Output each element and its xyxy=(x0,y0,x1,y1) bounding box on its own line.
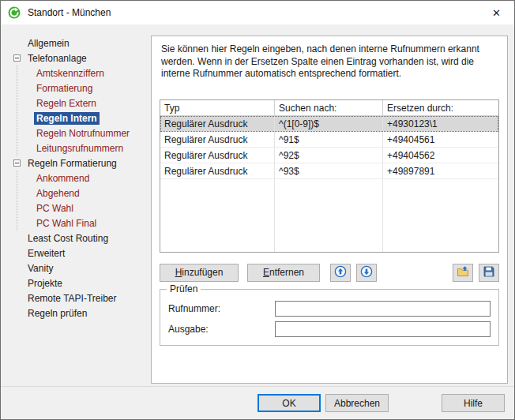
description-text: Sie können hier Regeln eingeben, nach de… xyxy=(161,43,496,81)
import-rules-button[interactable] xyxy=(453,264,473,282)
tree-item-regeln-notrufnummer[interactable]: Regeln Notrufnummer xyxy=(17,126,149,141)
tree-children-telefonanlage: Amtskennziffern Formatierung Regeln Exte… xyxy=(17,66,149,156)
folder-open-icon xyxy=(457,265,469,280)
tree-item-vanity[interactable]: Vanity xyxy=(9,261,149,276)
tree-item-regeln-pruefen[interactable]: Regeln prüfen xyxy=(9,306,149,321)
table-row[interactable]: Regulärer Ausdruck ^92$ +49404562 xyxy=(160,148,498,163)
tree-item-abgehend[interactable]: Abgehend xyxy=(17,186,149,201)
pruefen-group: Prüfen Rufnummer: Ausgabe: xyxy=(160,289,499,346)
tree-item-pc-wahl-final[interactable]: PC Wahl Final xyxy=(17,216,149,231)
tree-item-amtskennziffern[interactable]: Amtskennziffern xyxy=(17,66,149,81)
tree-item-regeln-formatierung[interactable]: Regeln Formatierung xyxy=(9,156,149,171)
settings-tree: Allgemein Telefonanlage Amtskennziffern … xyxy=(9,36,149,321)
table-row[interactable]: Regulärer Ausdruck ^(1[0-9])$ +4930123\1 xyxy=(160,116,498,132)
pruefen-group-title: Prüfen xyxy=(167,283,201,294)
ok-button[interactable]: OK xyxy=(258,394,321,412)
table-header: Typ Suchen nach: Ersetzen durch: xyxy=(160,100,498,116)
tree-item-least-cost-routing[interactable]: Least Cost Routing xyxy=(9,231,149,246)
close-button[interactable]: ✕ xyxy=(479,1,514,24)
tree-item-regeln-intern[interactable]: Regeln Intern xyxy=(17,111,149,126)
floppy-disk-icon xyxy=(483,265,495,280)
save-rules-button[interactable] xyxy=(479,264,499,282)
dialog-window: Standort - München ✕ Allgemein Telefonan… xyxy=(0,0,515,420)
table-row[interactable]: Regulärer Ausdruck ^93$ +49897891 xyxy=(160,163,498,179)
move-up-button[interactable] xyxy=(330,264,351,282)
tree-item-formatierung[interactable]: Formatierung xyxy=(17,81,149,96)
help-button[interactable]: Hilfe xyxy=(442,394,505,412)
arrow-up-circle-icon xyxy=(334,265,347,280)
settings-panel: Sie können hier Regeln eingeben, nach de… xyxy=(151,36,508,384)
rufnummer-label: Rufnummer: xyxy=(168,303,275,314)
tree-item-leitungsrufnummern[interactable]: Leitungsrufnummern xyxy=(17,141,149,156)
tree-item-pc-wahl[interactable]: PC Wahl xyxy=(17,201,149,216)
app-icon xyxy=(8,6,21,19)
cancel-button[interactable]: Abbrechen xyxy=(325,394,389,412)
ausgabe-input[interactable] xyxy=(275,321,491,337)
tree-item-telefonanlage[interactable]: Telefonanlage xyxy=(9,51,149,66)
collapse-icon[interactable] xyxy=(13,54,21,62)
add-button[interactable]: Hinzufügen xyxy=(160,264,239,282)
tree-item-erweitert[interactable]: Erweitert xyxy=(9,246,149,261)
move-down-button[interactable] xyxy=(356,264,377,282)
tree-item-allgemein[interactable]: Allgemein xyxy=(9,36,149,51)
tree-children-regeln-formatierung: Ankommend Abgehend PC Wahl PC Wahl Final xyxy=(17,171,149,231)
tree-item-ankommend[interactable]: Ankommend xyxy=(17,171,149,186)
tree-item-regeln-extern[interactable]: Regeln Extern xyxy=(17,96,149,111)
table-empty-area xyxy=(160,179,498,252)
column-header-typ[interactable]: Typ xyxy=(160,100,275,115)
rules-table: Typ Suchen nach: Ersetzen durch: Regulär… xyxy=(160,99,499,253)
rufnummer-input[interactable] xyxy=(275,301,491,317)
collapse-icon[interactable] xyxy=(13,159,21,167)
remove-button[interactable]: Entfernen xyxy=(247,264,320,282)
column-header-suchen[interactable]: Suchen nach: xyxy=(275,100,383,115)
tree-item-projekte[interactable]: Projekte xyxy=(9,276,149,291)
table-row[interactable]: Regulärer Ausdruck ^91$ +49404561 xyxy=(160,132,498,148)
arrow-down-circle-icon xyxy=(360,265,373,280)
tree-item-remote-tapi-treiber[interactable]: Remote TAPI-Treiber xyxy=(9,291,149,306)
ausgabe-label: Ausgabe: xyxy=(168,324,275,335)
window-title: Standort - München xyxy=(28,7,111,18)
titlebar: Standort - München ✕ xyxy=(1,1,514,24)
dialog-footer: OK Abbrechen Hilfe xyxy=(1,386,514,419)
table-actions: Hinzufügen Entfernen xyxy=(160,263,499,282)
column-header-ersetzen[interactable]: Ersetzen durch: xyxy=(383,100,498,115)
